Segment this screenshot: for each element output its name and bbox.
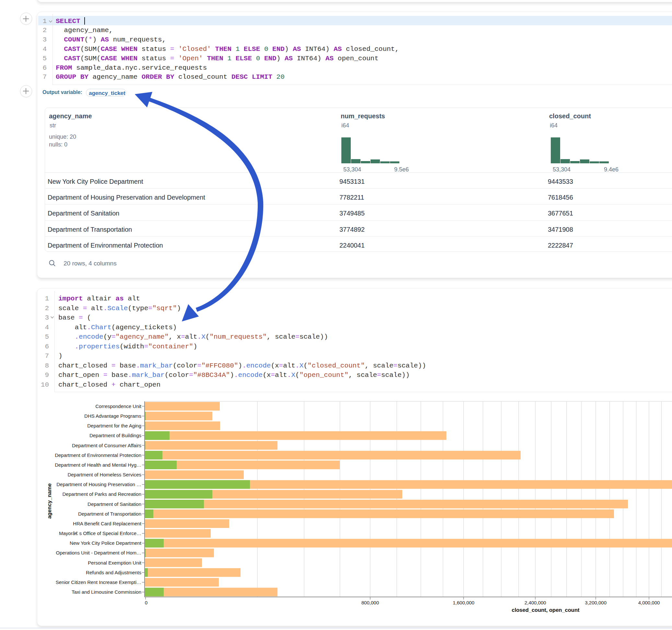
svg-text:Operations Unit - Department o: Operations Unit - Department of Hom…	[56, 550, 141, 555]
svg-text:closed_count, open_count: closed_count, open_count	[511, 607, 580, 613]
svg-text:0: 0	[145, 600, 147, 605]
svg-text:3,200,000: 3,200,000	[585, 600, 606, 605]
svg-text:Department of Homeless Service: Department of Homeless Services	[67, 472, 141, 477]
svg-text:Department of Consumer Affairs: Department of Consumer Affairs	[72, 443, 141, 448]
svg-text:Refunds and Adjustments: Refunds and Adjustments	[86, 570, 141, 575]
svg-text:Department for the Aging: Department for the Aging	[87, 423, 141, 429]
svg-text:Department of Transportation: Department of Transportation	[78, 511, 141, 516]
svg-text:Department of Environmental Pr: Department of Environmental Protection	[55, 453, 141, 458]
svg-text:DHS Advantage Programs: DHS Advantage Programs	[84, 413, 141, 419]
svg-text:Department of Health and Menta: Department of Health and Mental Hyg…	[55, 462, 141, 468]
svg-text:Personal Exemption Unit: Personal Exemption Unit	[88, 560, 142, 565]
svg-text:1,600,000: 1,600,000	[453, 600, 475, 605]
svg-text:Taxi and Limousine Commission: Taxi and Limousine Commission	[72, 589, 141, 595]
svg-text:HRA Benefit Card Replacement: HRA Benefit Card Replacement	[73, 521, 142, 526]
svg-text:New York City Police Departmen: New York City Police Department	[70, 540, 142, 546]
svg-text:agency_name: agency_name	[46, 483, 52, 518]
svg-text:Department of Sanitation: Department of Sanitation	[88, 501, 141, 507]
svg-text:800,000: 800,000	[361, 600, 379, 605]
svg-text:Department of Parks and Recrea: Department of Parks and Recreation	[63, 491, 141, 497]
svg-text:2,400,000: 2,400,000	[525, 600, 546, 605]
svg-text:Correspondence Unit: Correspondence Unit	[95, 404, 142, 409]
svg-text:Mayorâ€ s Office of Special En: Mayorâ€ s Office of Special Enforce…	[59, 531, 141, 536]
svg-text:Department of Buildings: Department of Buildings	[90, 433, 141, 438]
svg-text:4,000,000: 4,000,000	[638, 600, 660, 605]
svg-text:Senior Citizen Rent Increase E: Senior Citizen Rent Increase Exempti…	[56, 579, 141, 585]
svg-text:Department of Housing Preserva: Department of Housing Preservation …	[56, 482, 141, 487]
